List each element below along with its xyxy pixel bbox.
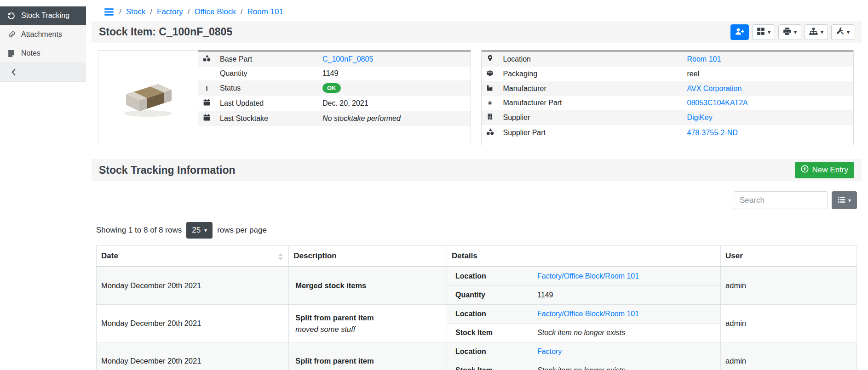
page-header: Stock Item: C_100nF_0805 ▾ ▾ [92,21,862,43]
table-row: Monday December 20th 2021 Split from par… [97,305,857,342]
table-row: Quantity 1149 [198,67,471,80]
industry-icon [486,85,494,93]
part-thumbnail[interactable] [98,51,198,145]
sidebar-collapse-button[interactable] [0,63,86,82]
table-row: # Manufacturer Part 08053C104KAT2A [482,96,854,110]
last-stocktake-value: No stocktake performed [322,114,401,122]
grid-icon [757,27,765,37]
detail-label: Base Part [215,51,318,67]
printer-icon [783,27,791,37]
detail-label: Quantity [215,67,318,80]
manufacturer-part-link[interactable]: 08053C104KAT2A [687,99,748,107]
caret-down-icon: ▾ [848,198,851,203]
page-title: Stock Item: C_100nF_0805 [99,26,232,38]
detail-label: Stock Item [447,324,529,342]
tracking-detail-table: Location Factory/Office Block/Room 101 S… [447,305,720,342]
tracking-note: moved some stuff [295,325,440,334]
calendar-icon [203,115,211,123]
detail-label: Last Stocktake [215,111,318,126]
detail-label: Supplier [499,110,683,125]
detail-label: Quantity [447,286,529,305]
quantity-value: 1149 [322,69,338,77]
sidebar-item-label: Stock Tracking [21,11,69,20]
print-actions-dropdown[interactable]: ▾ [778,24,801,40]
tracking-table: Date Description Details User Monday Dec… [96,245,857,370]
base-part-link[interactable]: C_100nF_0805 [322,55,373,63]
chevron-left-icon [9,68,18,76]
detail-location-link[interactable]: Factory [537,347,562,355]
detail-label: Last Updated [215,96,318,111]
stock-tracking-section: Stock Tracking Information New Entry ▾ [92,159,862,370]
pagination-summary: Showing 1 to 8 of 8 rows [96,226,182,235]
new-entry-button[interactable]: New Entry [795,162,854,178]
table-row: Last Stocktake No stocktake performed [198,111,471,126]
detail-label: Packaging [499,67,683,81]
detail-sub-row: Stock Item Stock item no longer exists [447,361,720,370]
detail-label: Location [499,51,683,67]
note-icon [6,50,16,57]
sidebar-item-attachments[interactable]: Attachments [0,25,86,44]
table-row: Last Updated Dec. 20, 2021 [198,96,471,111]
page-size-dropdown[interactable]: 25 ▾ [186,222,213,239]
breadcrumb-link-room-101[interactable]: Room 101 [247,7,283,17]
detail-label: Location [447,342,529,361]
column-header-user: User [721,246,857,267]
breadcrumb-link-office-block[interactable]: Office Block [194,7,236,17]
breadcrumb-separator: / [188,7,190,17]
detail-sub-row: Stock Item Stock item no longer exists [447,324,720,342]
supplier-link[interactable]: DigiKey [687,114,713,121]
plus-circle-icon [801,165,809,175]
sidebar-item-notes[interactable]: Notes [0,44,86,63]
breadcrumb-separator: / [241,7,243,17]
stock-operations-dropdown[interactable]: ▾ [805,24,828,40]
table-row: i Status OK [198,80,471,96]
table-row: Manufacturer AVX Corporation [482,81,854,96]
breadcrumb-link-factory[interactable]: Factory [157,7,183,17]
columns-dropdown-button[interactable]: ▾ [832,191,857,209]
barcode-actions-dropdown[interactable]: ▾ [752,24,775,40]
detail-label: Location [447,305,529,324]
detail-value: 1149 [537,291,553,299]
sidebar-item-stock-tracking[interactable]: Stock Tracking [0,6,86,25]
new-entry-label: New Entry [812,165,848,175]
hashtag-icon: # [488,99,492,107]
header-toolbar: ▾ ▾ ▾ ▾ [730,24,854,40]
detail-sub-row: Location Factory/Office Block/Room 101 [447,267,720,286]
column-header-date[interactable]: Date [97,246,289,267]
caret-down-icon: ▾ [794,29,797,35]
detail-label: Stock Item [447,361,529,370]
tracking-date: Monday December 20th 2021 [97,267,289,305]
detail-label: Manufacturer Part [499,96,683,110]
detail-label: Supplier Part [499,125,683,140]
stock-actions-button[interactable] [730,24,749,40]
tracking-detail-table: Location Factory Stock Item Stock item n… [447,342,720,370]
tracking-date: Monday December 20th 2021 [97,342,289,370]
table-row: Monday December 20th 2021 Split from par… [97,342,857,370]
detail-value: Stock item no longer exists [537,366,625,370]
caret-down-icon: ▾ [847,29,850,35]
caret-down-icon: ▾ [768,29,770,35]
column-header-details: Details [447,246,721,267]
supplier-part-link[interactable]: 478-3755-2-ND [687,129,738,137]
search-input[interactable] [734,191,828,209]
sitemap-icon [809,28,818,37]
detail-location-link[interactable]: Factory/Office Block/Room 101 [537,272,639,280]
paperclip-icon [6,31,16,39]
package-icon [486,70,494,78]
table-row: Supplier DigiKey [482,110,854,125]
detail-location-link[interactable]: Factory/Office Block/Room 101 [537,310,639,318]
item-sourcing-table: Location Room 101 Packaging reel Manufac… [482,51,854,140]
menu-icon[interactable] [104,8,114,16]
last-updated-value: Dec. 20, 2021 [322,99,368,107]
main-content: / Stock / Factory / Office Block / Room … [92,0,862,370]
sidebar-item-label: Attachments [21,30,62,39]
detail-value: Stock item no longer exists [537,329,625,336]
manufacturer-link[interactable]: AVX Corporation [687,85,742,92]
edit-actions-dropdown[interactable]: ▾ [831,24,854,40]
breadcrumb-link-stock[interactable]: Stock [126,7,146,17]
location-link[interactable]: Room 101 [687,55,721,63]
sidebar-item-label: Notes [21,49,40,57]
breadcrumb-separator: / [119,7,121,17]
detail-label: Location [447,267,529,286]
caret-down-icon: ▾ [821,29,823,35]
